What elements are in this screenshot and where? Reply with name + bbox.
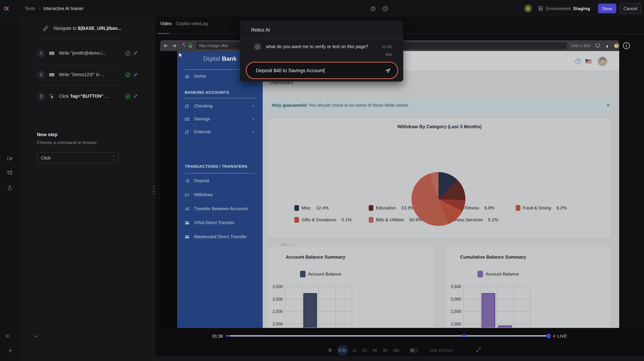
legend-swatch <box>294 205 299 211</box>
environment-icon <box>538 6 544 11</box>
gridline <box>530 286 530 328</box>
alert-banner: Holy guacamole! You should check in on s… <box>268 98 614 113</box>
sidebar-item-deposit[interactable]: Deposit <box>185 177 255 184</box>
legend-swatch <box>294 217 299 223</box>
tab-copilot-view[interactable]: Copilot view <box>176 21 200 26</box>
speed-16x[interactable]: 16x <box>393 348 400 352</box>
sidebar-item-checking[interactable]: Checking <box>185 102 255 110</box>
check-circle-icon[interactable] <box>125 72 130 77</box>
mouse-cursor <box>178 52 184 58</box>
navigate-step-row[interactable]: Navigate to ${BASE_URL}/ban... <box>37 23 138 33</box>
user-avatar[interactable]: B <box>524 5 532 12</box>
gridline <box>335 286 336 328</box>
play-icon[interactable] <box>328 347 333 353</box>
step-label: Click Tag="BUTTON" ... <box>59 94 122 99</box>
environment-selector[interactable]: Environment Staging <box>538 6 590 11</box>
bar[interactable] <box>303 293 317 328</box>
step-row[interactable]: 3Click Tag="BUTTON" ... <box>37 91 138 101</box>
fullscreen-icon[interactable] <box>476 347 481 352</box>
top-bar: Tests › Interactive AI trainer B Environ… <box>0 0 644 17</box>
ai-command-input[interactable]: Deposit $40 to Savings Account <box>246 62 398 79</box>
sidebar-item-visa-direct-transfer[interactable]: VISA Direct Transfer <box>185 219 255 226</box>
lock-icon <box>188 43 193 48</box>
sidebar-item-savings[interactable]: Savings <box>185 115 255 122</box>
gear-icon[interactable] <box>5 333 11 339</box>
pencil-icon[interactable] <box>133 72 138 77</box>
refresh-icon[interactable] <box>180 43 185 48</box>
send-icon[interactable] <box>385 67 391 73</box>
resolution-label: 1440 x 900 <box>570 43 590 48</box>
cancel-button[interactable]: Cancel <box>620 3 641 14</box>
gridline <box>513 286 514 328</box>
speed-2x[interactable]: 2x <box>362 348 367 352</box>
bank-page: ? Digital Bank HomeBANKING ACCOUNTSCheck… <box>177 51 619 328</box>
chart-title: Withdraw By Category (Last 3 Months) <box>268 124 611 129</box>
command-dropdown[interactable]: Click ⌃⌄ <box>37 152 119 163</box>
browser-meta: 1440 x 900 <box>570 43 619 48</box>
camera-icon[interactable] <box>7 156 12 161</box>
save-button[interactable]: Save <box>598 3 616 13</box>
live-dot-icon <box>553 335 556 337</box>
playback-time: 01:38 <box>212 334 223 338</box>
legend-item[interactable]: Food & Dining6.2% <box>516 205 567 211</box>
video-viewport[interactable]: ? Digital Bank HomeBANKING ACCOUNTSCheck… <box>160 51 619 328</box>
pie-chart[interactable] <box>412 172 466 226</box>
chart-legend[interactable]: Account Balance <box>478 271 519 277</box>
step-row[interactable]: 2Write "Demo123!" in ... <box>37 70 138 80</box>
robot-icon[interactable] <box>370 5 376 11</box>
flow-icon[interactable] <box>7 170 12 176</box>
live-label: LIVE <box>558 334 567 338</box>
withdraw-icon <box>185 192 190 197</box>
speed-1x[interactable]: 1x <box>352 348 357 352</box>
speed-8x[interactable]: 8x <box>383 348 388 352</box>
speed-4x[interactable]: 4x <box>373 348 377 352</box>
legend-item[interactable]: Education13.3% <box>369 205 414 211</box>
bank-avatar[interactable] <box>598 56 607 66</box>
sparkline-icon <box>281 241 290 246</box>
pencil-icon[interactable] <box>133 94 138 99</box>
flask-icon[interactable] <box>7 185 12 191</box>
info-icon[interactable] <box>622 42 630 49</box>
text-caret <box>324 68 324 73</box>
legend-item[interactable]: Gifts & Donations5.1% <box>294 217 352 223</box>
legend-item[interactable]: Bills & Utilities50.9% <box>369 217 422 223</box>
forward-icon[interactable] <box>172 43 177 48</box>
chevron-down-icon[interactable] <box>34 334 39 339</box>
skip-inactive-toggle[interactable] <box>410 348 419 353</box>
breadcrumb-tests[interactable]: Tests <box>25 6 36 11</box>
cx-logo[interactable]: cx <box>4 3 16 13</box>
sidebar-item-transfer-between-accounts[interactable]: Transfer Between Accounts <box>185 205 255 212</box>
seek-bar[interactable] <box>226 335 549 337</box>
us-flag-icon[interactable] <box>586 59 592 63</box>
seek-handle[interactable] <box>546 334 551 338</box>
check-circle-icon[interactable] <box>125 94 130 99</box>
bank-help-icon[interactable]: ? <box>575 58 581 64</box>
ai-command-value: Deposit $40 to Savings Account <box>256 68 324 73</box>
sidebar-item-mastercard-direct-transfer[interactable]: Mastercard Direct Transfer <box>185 233 255 240</box>
help-icon[interactable] <box>382 5 388 11</box>
sidebar-item-label: Checking <box>194 103 212 108</box>
video-player-bar: 01:38 LIVE 0.5x1x2x4x8x16x skip inactive <box>155 328 644 356</box>
step-row[interactable]: 1Write "jsmith@demo.i... <box>37 48 138 58</box>
speed-0.5x[interactable]: 0.5x <box>338 348 346 352</box>
check-circle-icon[interactable] <box>125 50 130 56</box>
y-axis-tick: 3,000 <box>266 297 283 301</box>
chart-legend[interactable]: Account Balance <box>300 271 342 277</box>
dialog-message: what do you want me to verify or test on… <box>266 44 377 49</box>
bar[interactable] <box>498 326 512 328</box>
back-icon[interactable] <box>163 43 168 48</box>
sidebar-item-withdraw[interactable]: Withdraw <box>185 191 255 198</box>
top-center-icons <box>370 0 388 17</box>
close-icon[interactable]: ✕ <box>606 98 610 113</box>
sidebar-item-external[interactable]: External <box>185 128 255 135</box>
card-icon <box>185 234 190 239</box>
plus-icon[interactable] <box>8 348 13 354</box>
legend-item[interactable]: Misc12.4% <box>294 205 329 211</box>
dialog-title: Relicx AI <box>251 27 270 33</box>
pencil-icon[interactable] <box>133 51 138 56</box>
bar[interactable] <box>482 293 495 328</box>
legend-label: Education <box>376 205 396 211</box>
tab-video[interactable]: Video <box>160 21 172 26</box>
tab-log[interactable]: Log <box>200 21 208 26</box>
skip-inactive-label: skip inactive <box>430 348 452 352</box>
